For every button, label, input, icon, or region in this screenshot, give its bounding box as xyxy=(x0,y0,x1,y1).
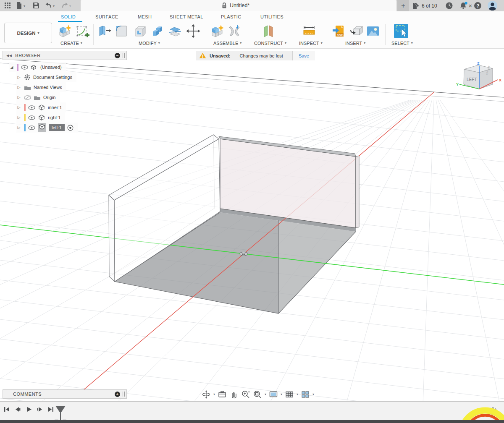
insert-derive-icon[interactable] xyxy=(349,24,364,40)
browser-row-label[interactable]: inner:1 xyxy=(48,105,62,110)
redo-icon[interactable] xyxy=(61,2,68,9)
browser-collapse-icon[interactable]: ◀◀ xyxy=(6,54,12,57)
ribbon-tab-solid[interactable]: SOLID xyxy=(61,14,76,19)
browser-row-label[interactable]: Named Views xyxy=(34,85,62,90)
timeline-position-marker[interactable] xyxy=(54,405,71,422)
viewports-icon[interactable] xyxy=(301,390,310,399)
notifications-bell-icon[interactable] xyxy=(459,2,468,10)
app-launcher-icon[interactable] xyxy=(4,2,11,9)
expander-icon[interactable]: ▷ xyxy=(16,105,21,110)
new-component-icon[interactable] xyxy=(58,24,72,40)
expander-icon[interactable]: ▷ xyxy=(16,85,21,89)
viewcube[interactable]: LEFT FRONT Z X Y xyxy=(456,60,504,100)
group-inspect[interactable]: INSPECT▾ xyxy=(299,41,323,46)
canvas-icon[interactable] xyxy=(366,24,380,40)
step-back-icon[interactable] xyxy=(14,406,21,415)
expander-icon[interactable]: ◢ xyxy=(9,65,14,69)
grid-settings-icon[interactable] xyxy=(285,390,294,399)
ribbon-tab-plastic[interactable]: PLASTIC xyxy=(221,14,242,19)
eye-icon[interactable] xyxy=(28,125,35,130)
orbit-caret[interactable]: ▾ xyxy=(213,393,215,396)
group-insert[interactable]: INSERT▾ xyxy=(345,41,365,46)
eye-icon[interactable] xyxy=(21,65,28,70)
shell-icon[interactable] xyxy=(133,24,147,40)
ribbon-tab-surface[interactable]: SURFACE xyxy=(95,14,118,19)
eye-off-icon[interactable] xyxy=(24,95,31,100)
file-menu-icon[interactable] xyxy=(16,2,22,9)
display-settings-caret[interactable]: ▾ xyxy=(281,393,282,396)
browser-panel-header[interactable]: ◀◀ BROWSER − xyxy=(3,51,127,60)
create-sketch-icon[interactable] xyxy=(75,24,89,40)
pan-icon[interactable] xyxy=(229,390,239,399)
browser-row-origin[interactable]: ▷ Origin xyxy=(3,92,129,102)
file-menu-caret[interactable]: ▾ xyxy=(24,5,25,8)
ribbon-tab-utilities[interactable]: UTILITIES xyxy=(260,14,284,19)
split-body-icon[interactable] xyxy=(168,24,182,40)
grid-settings-caret[interactable]: ▾ xyxy=(297,393,298,396)
fillet-icon[interactable] xyxy=(114,24,129,40)
browser-row-left-selected[interactable]: ▷ left:1 xyxy=(3,123,129,133)
undo-caret[interactable]: ▾ xyxy=(53,5,55,8)
avatar[interactable] xyxy=(488,1,497,10)
display-settings-icon[interactable] xyxy=(269,390,278,399)
group-create[interactable]: CREATE▾ xyxy=(60,41,82,46)
group-construct[interactable]: CONSTRUCT▾ xyxy=(254,41,286,46)
construct-plane-icon[interactable] xyxy=(261,24,276,40)
zoom-icon[interactable] xyxy=(241,390,250,399)
activate-radio-icon[interactable] xyxy=(67,125,74,131)
group-assemble[interactable]: ASSEMBLE▾ xyxy=(213,41,242,46)
group-modify[interactable]: MODIFY▾ xyxy=(139,41,160,46)
press-pull-icon[interactable] xyxy=(97,24,111,40)
ribbon-tab-sheetmetal[interactable]: SHEET METAL xyxy=(170,14,203,19)
insert-svg-icon[interactable]: SVG xyxy=(332,24,346,40)
viewcube-face-label[interactable]: LEFT xyxy=(467,77,477,82)
eye-icon[interactable] xyxy=(28,115,35,120)
expander-icon[interactable]: ▷ xyxy=(16,115,21,120)
job-counter[interactable]: 6 of 10 xyxy=(422,3,437,9)
browser-row-document-settings[interactable]: ▷ Document Settings xyxy=(3,72,129,82)
redo-caret[interactable]: ▾ xyxy=(69,5,71,8)
expander-icon[interactable]: ▷ xyxy=(16,75,21,79)
history-clock-icon[interactable] xyxy=(445,2,453,10)
ribbon-tab-mesh[interactable]: MESH xyxy=(138,14,152,19)
browser-minimize-icon[interactable]: − xyxy=(115,53,120,58)
origin-marker[interactable] xyxy=(240,252,247,256)
look-at-icon[interactable] xyxy=(218,390,227,399)
job-status-icon[interactable] xyxy=(412,2,420,9)
save-button[interactable]: Save xyxy=(292,51,315,60)
go-to-start-icon[interactable] xyxy=(3,406,10,415)
assemble-new-component-icon[interactable] xyxy=(210,24,224,40)
comments-expand-icon[interactable]: + xyxy=(115,392,120,397)
browser-row-label[interactable]: Origin xyxy=(43,95,55,100)
joint-icon[interactable] xyxy=(227,24,242,40)
browser-row-label[interactable]: Document Settings xyxy=(33,75,72,80)
combine-icon[interactable] xyxy=(150,24,165,40)
browser-row-inner[interactable]: ▷ inner:1 xyxy=(3,102,129,112)
orbit-icon[interactable] xyxy=(202,390,211,399)
workspace-selector[interactable]: DESIGN ▾ xyxy=(4,23,52,43)
fit-icon[interactable] xyxy=(253,390,262,399)
group-select[interactable]: SELECT▾ xyxy=(391,41,413,46)
help-icon[interactable]: ? xyxy=(474,2,482,10)
select-icon[interactable] xyxy=(393,23,409,41)
move-icon[interactable] xyxy=(186,24,200,40)
browser-row-label[interactable]: right:1 xyxy=(48,115,61,120)
expander-icon[interactable]: ▷ xyxy=(16,95,21,99)
browser-row-label-selected[interactable]: left:1 xyxy=(49,124,65,131)
browser-resize-grip[interactable] xyxy=(123,53,125,58)
go-to-end-icon[interactable] xyxy=(47,406,54,415)
fit-caret[interactable]: ▾ xyxy=(265,393,266,396)
eye-icon[interactable] xyxy=(28,105,35,110)
browser-row-right[interactable]: ▷ right:1 xyxy=(3,112,129,123)
browser-row-root[interactable]: ◢ (Unsaved) xyxy=(3,62,129,72)
comments-panel-header[interactable]: COMMENTS + xyxy=(3,389,127,399)
viewports-caret[interactable]: ▾ xyxy=(312,393,314,396)
measure-icon[interactable] xyxy=(302,24,316,40)
browser-row-label[interactable]: (Unsaved) xyxy=(40,65,62,70)
step-forward-icon[interactable] xyxy=(36,406,43,415)
undo-icon[interactable] xyxy=(45,2,52,9)
document-tab[interactable]: Untitled* × xyxy=(81,0,396,11)
save-icon[interactable] xyxy=(33,2,39,9)
browser-row-named-views[interactable]: ▷ Named Views xyxy=(3,82,129,92)
play-icon[interactable] xyxy=(25,406,32,415)
